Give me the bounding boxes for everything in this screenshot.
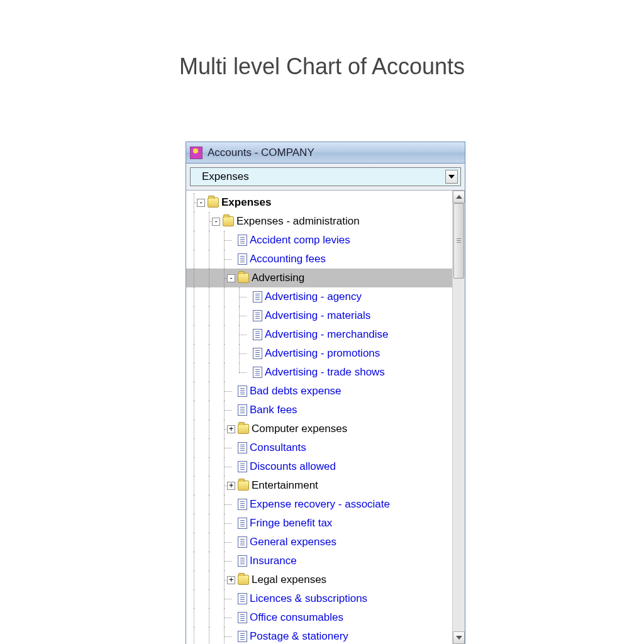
tree-row[interactable]: Advertising - trade shows (186, 363, 452, 382)
tree-line (216, 344, 231, 363)
tree-item-label: Office consumables (250, 611, 343, 624)
tree-connector (216, 495, 231, 514)
tree-row[interactable]: +Computer expenses (186, 419, 452, 438)
tree-row[interactable]: Accounting fees (186, 250, 452, 269)
folder-icon (238, 273, 249, 283)
tree-item-label: Bank fees (250, 404, 297, 416)
tree-line (201, 457, 216, 476)
vertical-scrollbar[interactable] (452, 191, 465, 644)
tree-item-label: Fringe benefit tax (250, 517, 332, 530)
document-icon (238, 461, 247, 472)
tree-row[interactable]: -Advertising (186, 269, 452, 287)
account-type-dropdown[interactable]: Expenses (190, 167, 461, 186)
chevron-down-icon[interactable] (445, 170, 458, 184)
tree-item-label: Consultants (250, 441, 306, 454)
tree-row[interactable]: Insurance (186, 552, 452, 570)
tree-line (201, 231, 216, 250)
tree-line (201, 382, 216, 401)
tree-connector (216, 401, 231, 419)
collapse-icon[interactable]: - (197, 199, 205, 207)
tree-line (186, 514, 201, 533)
scroll-track[interactable] (453, 203, 465, 631)
document-icon (253, 310, 262, 321)
document-icon (238, 593, 247, 604)
tree-line (186, 457, 201, 476)
tree-line (186, 382, 201, 401)
tree-row[interactable]: Bank fees (186, 401, 452, 419)
document-icon (238, 404, 247, 416)
collapse-icon[interactable]: - (212, 218, 220, 226)
collapse-icon[interactable]: - (227, 274, 235, 282)
titlebar[interactable]: Accounts - COMPANY (186, 142, 465, 164)
tree-line (186, 344, 201, 363)
tree-line (201, 608, 216, 627)
expand-icon[interactable]: + (227, 482, 235, 490)
document-icon (253, 348, 262, 359)
tree-connector (216, 231, 231, 250)
dropdown-value: Expenses (202, 170, 249, 183)
tree-row[interactable]: +Entertainment (186, 476, 452, 495)
document-icon (238, 499, 247, 510)
tree-row[interactable]: Office consumables (186, 608, 452, 627)
scroll-thumb[interactable] (453, 203, 464, 279)
tree-line (201, 250, 216, 269)
tree-item-label: Advertising - agency (265, 291, 362, 303)
tree-item-label: Computer expenses (252, 423, 347, 435)
dropdown-bar: Expenses (186, 164, 465, 190)
tree-item-label: Bad debts expense (250, 385, 341, 397)
tree-row[interactable]: Consultants (186, 438, 452, 457)
tree-item-label: Expense recovery - associate (250, 498, 390, 511)
tree-item-label: Advertising - promotions (265, 347, 380, 360)
accounts-tree[interactable]: -Expenses-Expenses - administrationAccid… (186, 191, 452, 644)
accounts-window: Accounts - COMPANY Expenses -Expenses-Ex… (186, 142, 465, 644)
document-icon (238, 253, 247, 265)
tree-line (201, 495, 216, 514)
folder-icon (223, 216, 234, 226)
tree-row[interactable]: Advertising - merchandise (186, 325, 452, 344)
tree-item-label: Postage & stationery (250, 630, 348, 643)
tree-row[interactable]: Licences & subscriptions (186, 589, 452, 608)
tree-row[interactable]: -Expenses (186, 193, 452, 212)
document-icon (238, 386, 247, 397)
tree-line (201, 269, 216, 287)
tree-line (201, 306, 216, 325)
tree-item-label: Entertainment (252, 479, 318, 492)
window-title: Accounts - COMPANY (208, 147, 314, 159)
tree-connector (231, 325, 247, 344)
tree-line (186, 269, 201, 287)
tree-row[interactable]: -Expenses - administration (186, 212, 452, 231)
tree-row[interactable]: +Legal expenses (186, 570, 452, 589)
tree-row[interactable]: General expenses (186, 533, 452, 552)
tree-line (201, 476, 216, 495)
scroll-up-button[interactable] (453, 191, 465, 203)
tree-row[interactable]: Accident comp levies (186, 231, 452, 250)
tree-line (186, 306, 201, 325)
expand-icon[interactable]: + (227, 425, 235, 433)
tree-row[interactable]: Fringe benefit tax (186, 514, 452, 533)
tree-line (216, 306, 231, 325)
tree-connector (216, 552, 231, 570)
tree-item-label: Advertising - trade shows (265, 366, 385, 379)
tree-row[interactable]: Discounts allowed (186, 457, 452, 476)
tree-line (201, 514, 216, 533)
expand-icon[interactable]: + (227, 576, 235, 584)
document-icon (238, 518, 247, 529)
tree-row[interactable]: Expense recovery - associate (186, 495, 452, 514)
tree-row[interactable]: Advertising - agency (186, 287, 452, 306)
tree-row[interactable]: Advertising - materials (186, 306, 452, 325)
scroll-down-button[interactable] (453, 631, 465, 644)
tree-connector (216, 382, 231, 401)
tree-row[interactable]: Bad debts expense (186, 382, 452, 401)
tree-item-label: Legal expenses (252, 574, 326, 586)
tree-line (201, 589, 216, 608)
tree-connector (231, 363, 247, 382)
tree-row[interactable]: Postage & stationery (186, 627, 452, 644)
folder-icon (238, 575, 249, 585)
tree-line (201, 401, 216, 419)
tree-line (186, 552, 201, 570)
tree-line (201, 533, 216, 552)
tree-line (186, 287, 201, 306)
document-icon (238, 442, 247, 453)
tree-row[interactable]: Advertising - promotions (186, 344, 452, 363)
page-title: Multi level Chart of Accounts (0, 53, 644, 80)
